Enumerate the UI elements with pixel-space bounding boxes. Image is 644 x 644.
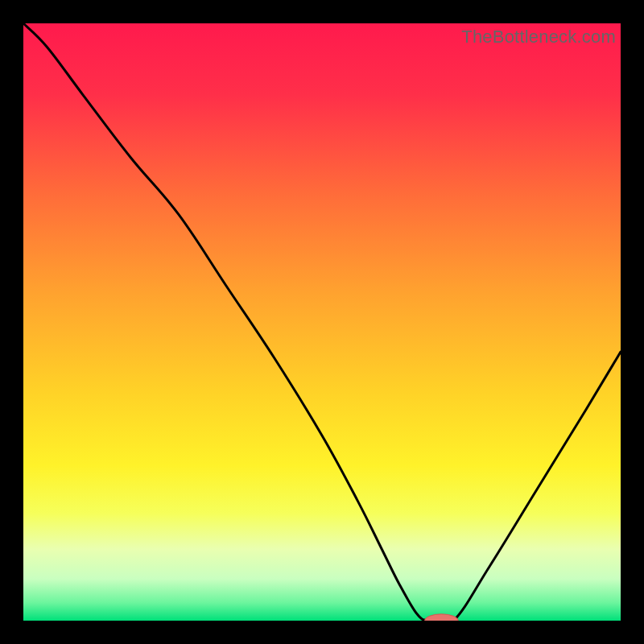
watermark-text: TheBottleneck.com <box>461 27 616 47</box>
gradient-background <box>23 23 621 621</box>
plot-frame: TheBottleneck.com <box>23 23 621 621</box>
bottleneck-plot <box>23 23 621 621</box>
